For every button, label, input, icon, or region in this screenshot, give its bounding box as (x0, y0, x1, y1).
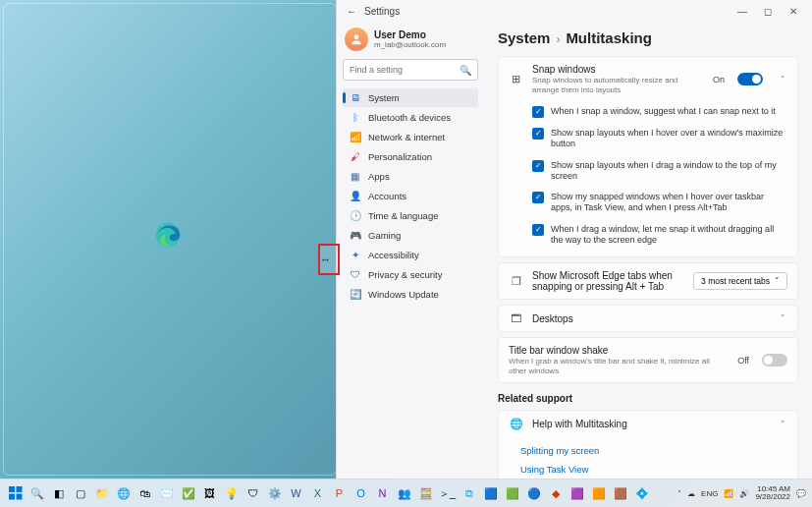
globe-icon: 🌐 (509, 418, 523, 430)
photos-icon[interactable]: 🖼 (200, 484, 219, 503)
edge-icon[interactable] (154, 221, 182, 249)
taskbar: 🔍 ◧ ▢ 📁 🌐 🛍 ✉️ ✅ 🖼 💡 🛡 ⚙️ W X P O N 👥 🧮 … (0, 479, 812, 507)
sidebar-item-system[interactable]: 🖥System (343, 88, 478, 107)
sidebar-item-label: System (368, 92, 400, 103)
maximize-button[interactable]: ◻ (755, 6, 781, 17)
office-icon[interactable]: ◆ (546, 484, 565, 503)
tray-chevron-icon[interactable]: ˄ (677, 489, 681, 498)
sidebar-item-privacy-security[interactable]: 🛡Privacy & security (343, 265, 478, 284)
edge-tabs-title: Show Microsoft Edge tabs when snapping o… (532, 270, 684, 292)
tips-icon[interactable]: 💡 (222, 484, 241, 503)
profile[interactable]: User Demo m_lab@outlook.com (345, 28, 478, 51)
nav-icon: ᛒ (349, 112, 361, 123)
shake-title: Title bar window shake (509, 345, 729, 356)
snap-option-2[interactable]: ✓Show snap layouts when I drag a window … (532, 155, 787, 188)
nav-icon: 🖌 (349, 151, 361, 162)
word-icon[interactable]: W (287, 484, 305, 503)
onenote-icon[interactable]: N (373, 484, 392, 503)
onedrive-icon[interactable]: ☁ (687, 489, 695, 498)
help-multitasking-card: 🌐 Help with Multitasking ˄ Splitting my … (498, 410, 798, 479)
link-using-task-view[interactable]: Using Task View (499, 460, 797, 479)
back-button[interactable]: ← (343, 6, 360, 17)
widgets-button[interactable]: ▢ (71, 484, 89, 503)
powerpoint-icon[interactable]: P (330, 484, 349, 503)
help-multitasking-row[interactable]: 🌐 Help with Multitasking ˄ (499, 411, 797, 437)
chevron-down-icon: ˅ (775, 276, 780, 286)
checkbox-icon: ✓ (532, 128, 544, 140)
nav-icon: 🖥 (349, 92, 361, 103)
minimize-button[interactable]: ― (730, 6, 755, 17)
store-icon[interactable]: 🛍 (135, 484, 154, 503)
app-icon-2[interactable]: 🟩 (503, 484, 521, 503)
todo-icon[interactable]: ✅ (179, 484, 197, 503)
network-icon[interactable]: 📶 (724, 489, 733, 498)
sidebar-item-bluetooth-devices[interactable]: ᛒBluetooth & devices (343, 108, 478, 127)
snap-option-1[interactable]: ✓Show snap layouts when I hover over a w… (532, 123, 787, 155)
volume-icon[interactable]: 🔊 (739, 489, 749, 498)
sidebar-item-accounts[interactable]: 👤Accounts (343, 187, 478, 205)
sidebar-item-network-internet[interactable]: 📶Network & internet (343, 128, 478, 146)
help-multitasking-title: Help with Multitasking (532, 419, 763, 429)
nav-icon: 🕒 (349, 210, 361, 221)
sidebar-item-personalization[interactable]: 🖌Personalization (343, 147, 478, 166)
teams-icon[interactable]: 👥 (395, 484, 413, 503)
snap-toggle[interactable] (737, 73, 763, 85)
mail-icon[interactable]: ✉️ (157, 484, 176, 503)
calculator-icon[interactable]: 🧮 (416, 484, 435, 503)
sidebar-item-time-language[interactable]: 🕒Time & language (343, 206, 478, 225)
app-icon[interactable]: 🟦 (481, 484, 500, 503)
search-input[interactable]: 🔍 (343, 59, 478, 81)
snap-option-label: When I drag a window, let me snap it wit… (551, 224, 787, 247)
tray-lang[interactable]: ENG (701, 489, 718, 498)
shake-desc: When I grab a window's title bar and sha… (509, 357, 729, 375)
sidebar-item-apps[interactable]: ▦Apps (343, 167, 478, 186)
security-icon[interactable]: 🛡 (244, 484, 262, 503)
chevron-right-icon: › (556, 32, 560, 46)
taskbar-search[interactable]: 🔍 (27, 484, 46, 503)
start-button[interactable] (6, 484, 25, 503)
content-pane: System › Multitasking ⊞ Snap windows Sna… (484, 22, 812, 479)
outlook-icon[interactable]: O (352, 484, 370, 503)
sidebar-item-accessibility[interactable]: ✦Accessibility (343, 246, 478, 264)
checkbox-icon: ✓ (532, 224, 544, 236)
chevron-down-icon: ˅ (778, 313, 787, 323)
breadcrumb-root[interactable]: System (498, 29, 550, 46)
nav-icon: 📶 (349, 132, 361, 142)
app-icon-3[interactable]: 🟪 (568, 484, 586, 503)
clock[interactable]: 10:45 AM 9/28/2022 (755, 485, 790, 501)
link-splitting-screen[interactable]: Splitting my screen (499, 441, 797, 460)
excel-icon[interactable]: X (308, 484, 327, 503)
edge-tabs-select[interactable]: 3 most recent tabs ˅ (693, 272, 787, 290)
app-icon-4[interactable]: 🟧 (589, 484, 608, 503)
chrome-icon[interactable]: 🔵 (524, 484, 543, 503)
file-explorer-icon[interactable]: 📁 (92, 484, 111, 503)
task-view-button[interactable]: ◧ (49, 484, 68, 503)
chevron-up-icon[interactable]: ˄ (778, 75, 787, 84)
snap-option-0[interactable]: ✓When I snap a window, suggest what I ca… (532, 101, 787, 123)
nav-icon: 🛡 (349, 269, 361, 280)
sidebar-item-gaming[interactable]: 🎮Gaming (343, 226, 478, 245)
system-tray[interactable]: ˄ ☁ ENG 📶 🔊 10:45 AM 9/28/2022 💬 (677, 485, 806, 501)
snap-option-3[interactable]: ✓Show my snapped windows when I hover ov… (532, 187, 787, 219)
titlebar: ← Settings ― ◻ ✕ (337, 0, 812, 22)
vscode-icon[interactable]: ⧉ (460, 484, 478, 503)
svg-point-1 (354, 34, 359, 39)
close-button[interactable]: ✕ (781, 6, 806, 17)
desktops-card[interactable]: 🗔 Desktops ˅ (498, 305, 798, 332)
chevron-up-icon: ˄ (778, 420, 787, 429)
sidebar-item-label: Gaming (368, 230, 401, 241)
search-field[interactable] (350, 65, 460, 75)
settings-icon[interactable]: ⚙️ (265, 484, 284, 503)
svg-rect-2 (9, 486, 15, 492)
app-icon-5[interactable]: 🟫 (611, 484, 629, 503)
sidebar-item-label: Accounts (368, 191, 406, 201)
snap-option-4[interactable]: ✓When I drag a window, let me snap it wi… (532, 219, 787, 252)
search-icon: 🔍 (460, 65, 471, 76)
terminal-icon[interactable]: ＞_ (438, 484, 457, 503)
snap-option-label: Show snap layouts when I hover over a wi… (551, 128, 787, 150)
sidebar-item-windows-update[interactable]: 🔄Windows Update (343, 285, 478, 304)
taskbar-edge-icon[interactable]: 🌐 (114, 484, 133, 503)
notifications-icon[interactable]: 💬 (796, 489, 806, 498)
shake-toggle[interactable] (762, 354, 787, 366)
app-icon-6[interactable]: 💠 (632, 484, 651, 503)
